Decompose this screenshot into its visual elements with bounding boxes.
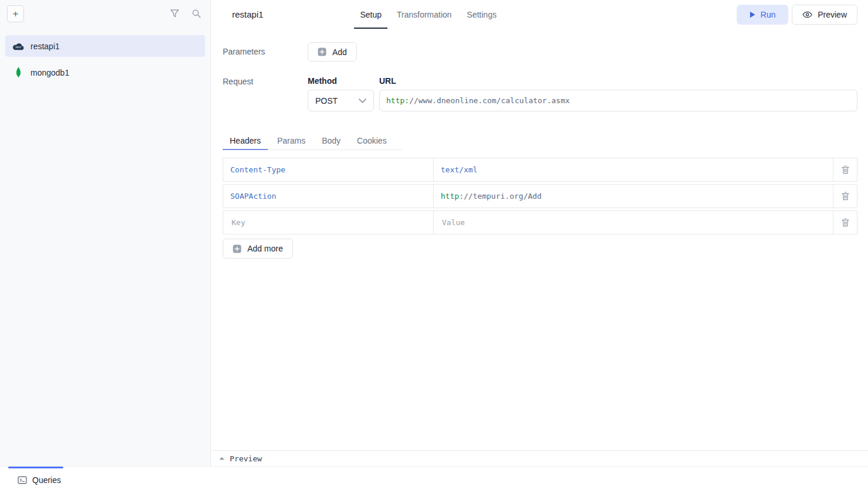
header-tabs: Setup Transformation Settings [352, 0, 504, 29]
header-key-field[interactable] [223, 210, 434, 234]
trash-icon [842, 218, 849, 227]
method-value: POST [315, 96, 338, 106]
plus-square-icon [318, 47, 326, 56]
bottom-dock: Queries [0, 466, 868, 493]
header-value-scheme-text: http: [441, 192, 464, 200]
headers-table: Content-Type text/xml SOAPAction [223, 158, 857, 259]
add-parameter-label: Add [332, 47, 347, 57]
collapse-up-icon [219, 457, 224, 460]
subtab-headers[interactable]: Headers [223, 132, 268, 150]
run-button-label: Run [761, 10, 776, 19]
queries-icon [18, 475, 27, 485]
preview-toggle-label: Preview [230, 454, 262, 463]
queries-dock-tab[interactable]: Queries [18, 467, 61, 493]
method-column: Method POST [308, 76, 374, 111]
preview-toggle-bar[interactable]: Preview [212, 450, 868, 466]
query-item-restapi1[interactable]: REST restapi1 [5, 35, 205, 57]
query-header: restapi1 Setup Transformation Settings R… [212, 0, 868, 29]
url-rest-text: //www.dneonline.com/calculator.asmx [409, 96, 570, 105]
add-more-wrap: Add more [223, 239, 857, 259]
parameters-label: Parameters [223, 42, 308, 62]
url-input[interactable]: http://www.dneonline.com/calculator.asmx [379, 90, 857, 111]
chevron-down-icon [359, 98, 366, 103]
url-label: URL [379, 76, 857, 86]
active-dock-tab-indicator [8, 467, 63, 468]
sidebar: + REST restapi1 mongodb [0, 0, 211, 466]
delete-header-button[interactable] [833, 210, 857, 234]
header-value-text: text/xml [441, 165, 478, 174]
query-item-label: mongodb1 [30, 68, 69, 77]
add-query-button[interactable]: + [7, 5, 24, 22]
preview-button[interactable]: Preview [792, 5, 857, 25]
tab-setup[interactable]: Setup [354, 0, 387, 29]
search-icon[interactable] [192, 9, 201, 18]
play-icon [750, 11, 755, 18]
header-value-rest-text: //tempuri.org/Add [464, 192, 542, 200]
query-item-mongodb1[interactable]: mongodb1 [5, 62, 205, 83]
plus-square-icon [233, 244, 241, 253]
url-scheme-text: http: [386, 96, 409, 105]
preview-button-label: Preview [818, 10, 847, 19]
header-key-field[interactable]: Content-Type [223, 158, 434, 182]
tab-transformation[interactable]: Transformation [391, 0, 458, 29]
method-select[interactable]: POST [308, 90, 374, 111]
add-more-label: Add more [247, 244, 283, 253]
request-row: Request Method POST URL http://www.dneon… [223, 76, 857, 111]
tab-settings[interactable]: Settings [461, 0, 503, 29]
rest-api-icon: REST [13, 42, 24, 50]
query-list: REST restapi1 mongodb1 [0, 27, 210, 83]
header-key-field[interactable]: SOAPAction [223, 184, 434, 208]
eye-icon [802, 11, 812, 18]
queries-dock-label: Queries [32, 475, 61, 485]
header-value-input[interactable] [441, 217, 826, 227]
setup-panel: Parameters Add Request Method POST [212, 29, 868, 259]
run-button[interactable]: Run [737, 5, 789, 25]
trash-icon [842, 165, 849, 174]
page-title: restapi1 [232, 0, 263, 29]
subtab-cookies[interactable]: Cookies [350, 132, 394, 150]
mongodb-icon [13, 67, 24, 78]
trash-icon [842, 192, 849, 200]
header-value-field[interactable]: text/xml [433, 158, 833, 182]
sidebar-toolbar-icons [170, 9, 201, 18]
filter-icon[interactable] [170, 9, 179, 18]
header-value-field[interactable] [433, 210, 833, 234]
header-actions: Run Preview [737, 0, 857, 29]
url-column: URL http://www.dneonline.com/calculator.… [379, 76, 857, 111]
method-label: Method [308, 76, 374, 86]
header-row-3 [223, 210, 857, 234]
header-value-field[interactable]: http://tempuri.org/Add [433, 184, 833, 208]
delete-header-button[interactable] [833, 158, 857, 182]
subtab-body[interactable]: Body [315, 132, 348, 150]
header-row-2: SOAPAction http://tempuri.org/Add [223, 184, 857, 208]
header-key-text: Content-Type [230, 165, 285, 174]
delete-header-button[interactable] [833, 184, 857, 208]
request-subtabs: Headers Params Body Cookies [223, 132, 402, 150]
query-item-label: restapi1 [30, 42, 60, 51]
query-editor: restapi1 Setup Transformation Settings R… [212, 0, 868, 466]
header-key-text: SOAPAction [230, 192, 276, 200]
request-label: Request [223, 76, 308, 111]
svg-text:REST: REST [15, 46, 22, 48]
header-row-1: Content-Type text/xml [223, 158, 857, 182]
parameters-row: Parameters Add [223, 42, 857, 62]
header-key-input[interactable] [230, 217, 426, 227]
sidebar-toolbar: + [0, 0, 210, 27]
subtab-params[interactable]: Params [270, 132, 312, 150]
add-more-button[interactable]: Add more [223, 239, 293, 259]
add-parameter-button[interactable]: Add [308, 42, 357, 62]
